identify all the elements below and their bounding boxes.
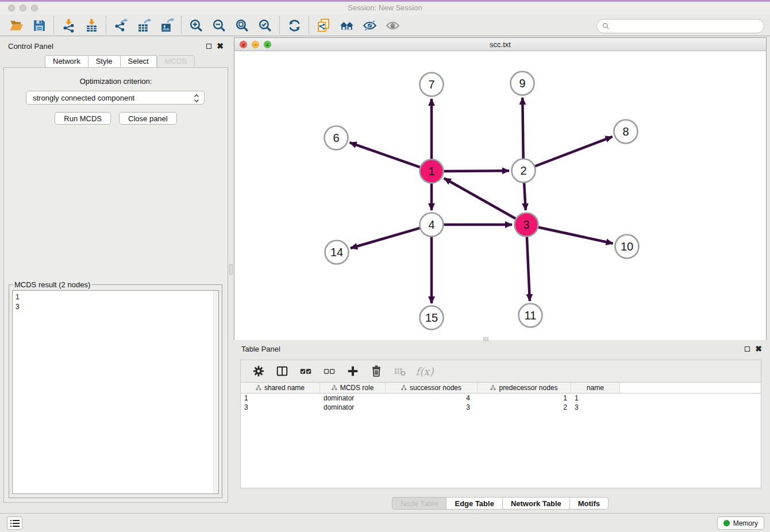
unchecked-boxes-icon	[323, 365, 336, 377]
graph-node-11[interactable]: 11	[519, 304, 542, 327]
graph-node-6[interactable]: 6	[325, 126, 348, 150]
graph-node-4[interactable]: 4	[420, 213, 444, 237]
close-view-button[interactable]: ×	[240, 41, 247, 48]
hide-selected-button[interactable]	[360, 16, 379, 34]
column-header-mcds-role[interactable]: MCDS role	[320, 383, 386, 393]
refresh-button[interactable]	[284, 16, 304, 34]
function-builder-button[interactable]: f(x)	[415, 363, 432, 379]
import-network-icon	[61, 18, 76, 33]
table-row[interactable]: 1 dominator 4 1 1	[241, 394, 761, 403]
float-table-panel-icon[interactable]	[745, 346, 750, 352]
graph-edge-3-11[interactable]	[527, 237, 530, 301]
column-header-name[interactable]: name	[571, 383, 620, 393]
graph-node-3[interactable]: 3	[515, 213, 538, 237]
tab-network[interactable]: Network	[45, 55, 88, 68]
control-panel-header: Control Panel ✖	[3, 39, 228, 53]
zoom-fit-button[interactable]	[232, 16, 252, 34]
graph-edge-2-3[interactable]	[524, 183, 526, 210]
add-column-button[interactable]	[345, 363, 361, 379]
optimization-criterion-label: Optimization criterion:	[4, 77, 228, 86]
first-neighbors-button[interactable]	[337, 16, 356, 34]
graph-node-7[interactable]: 7	[420, 73, 444, 97]
graph-edge-1-6[interactable]	[350, 142, 421, 167]
delete-table-icon	[394, 365, 406, 377]
show-all-button[interactable]	[383, 16, 402, 34]
graph-node-8[interactable]: 8	[614, 120, 638, 144]
svg-text:7: 7	[428, 78, 434, 91]
zoom-in-button[interactable]	[186, 16, 206, 34]
float-panel-icon[interactable]	[206, 44, 211, 49]
control-panel: Control Panel ✖ Network Style Select MCD…	[3, 39, 228, 508]
copy-network-button[interactable]	[314, 16, 333, 34]
select-all-columns-button[interactable]	[298, 363, 314, 379]
table-row[interactable]: 3 dominator 3 2 3	[241, 403, 761, 412]
tab-select[interactable]: Select	[120, 55, 157, 68]
save-session-button[interactable]	[29, 16, 49, 34]
graph-edge-1-2[interactable]	[444, 171, 509, 171]
mcds-result-scrollbar[interactable]	[213, 291, 218, 494]
search-input[interactable]	[610, 22, 764, 30]
network-window-controls[interactable]: × − +	[240, 41, 271, 48]
maximize-view-button[interactable]: +	[264, 41, 271, 48]
app-titlebar: Session: New Session	[0, 0, 770, 15]
minimize-view-button[interactable]: −	[252, 41, 259, 48]
memory-button[interactable]: Memory	[717, 516, 764, 530]
table-panel-tabs: Node Table Edge Table Network Table Moti…	[234, 497, 767, 510]
import-table-button[interactable]	[82, 16, 101, 34]
close-window-button[interactable]	[8, 5, 15, 11]
graph-node-10[interactable]: 10	[615, 235, 639, 259]
close-panel-icon[interactable]: ✖	[217, 43, 224, 49]
column-header-successor-nodes[interactable]: successor nodes	[386, 383, 478, 393]
delete-column-button[interactable]	[368, 363, 384, 379]
import-network-button[interactable]	[59, 16, 78, 34]
tab-node-table[interactable]: Node Table	[392, 497, 446, 510]
column-header-predecessor-nodes[interactable]: predecessor nodes	[478, 383, 571, 393]
export-table-button[interactable]	[134, 16, 153, 34]
table-settings-button[interactable]	[251, 363, 267, 379]
svg-text:9: 9	[519, 77, 525, 90]
svg-text:6: 6	[333, 132, 339, 144]
close-table-panel-icon[interactable]: ✖	[755, 346, 762, 352]
window-controls[interactable]	[8, 5, 38, 11]
network-window-titlebar[interactable]: × − + scc.txt	[234, 38, 766, 51]
zoom-selected-button[interactable]	[255, 16, 275, 34]
graph-node-1[interactable]: 1	[420, 160, 444, 183]
network-graph[interactable]: 7968124314101511	[234, 51, 766, 340]
graph-edge-3-10[interactable]	[538, 228, 613, 244]
mcds-result-text[interactable]: 1 3	[12, 290, 219, 494]
graph-node-14[interactable]: 14	[325, 241, 349, 264]
delete-table-button[interactable]	[392, 363, 408, 379]
zoom-out-button[interactable]	[209, 16, 229, 34]
graph-node-9[interactable]: 9	[511, 72, 534, 95]
graph-edge-3-1[interactable]	[444, 178, 516, 218]
open-session-button[interactable]	[6, 16, 26, 34]
export-network-button[interactable]	[111, 16, 130, 34]
criterion-select[interactable]: strongly connected component	[26, 91, 205, 105]
minimize-window-button[interactable]	[20, 5, 26, 11]
tab-network-table[interactable]: Network Table	[502, 497, 569, 510]
horizontal-splitter-handle[interactable]	[483, 337, 488, 341]
tab-edge-table[interactable]: Edge Table	[446, 497, 502, 510]
column-header-shared-name[interactable]: shared name	[241, 383, 320, 393]
svg-text:11: 11	[525, 309, 537, 322]
tab-mcds[interactable]: MCDS	[157, 55, 195, 68]
split-table-button[interactable]	[274, 363, 290, 379]
vertical-splitter-handle[interactable]	[229, 264, 233, 275]
graph-edge-2-8[interactable]	[535, 137, 613, 167]
unselect-all-columns-button[interactable]	[321, 363, 337, 379]
graph-edge-4-14[interactable]	[351, 228, 420, 248]
task-history-button[interactable]	[7, 516, 22, 530]
graph-node-2[interactable]: 2	[512, 159, 536, 183]
export-image-button[interactable]	[157, 16, 176, 34]
table-panel-header: Table Panel ✖	[234, 342, 767, 356]
table-panel: Table Panel ✖ f(x)	[234, 342, 767, 510]
run-mcds-button[interactable]: Run MCDS	[55, 112, 111, 125]
search-icon	[602, 22, 610, 30]
graph-edge-2-9[interactable]	[522, 98, 523, 159]
tab-motifs[interactable]: Motifs	[569, 497, 609, 510]
search-input-wrapper[interactable]	[596, 19, 764, 33]
zoom-window-button[interactable]	[31, 5, 38, 11]
tab-style[interactable]: Style	[88, 55, 120, 68]
close-panel-button[interactable]: Close panel	[119, 112, 177, 125]
graph-node-15[interactable]: 15	[420, 306, 444, 330]
